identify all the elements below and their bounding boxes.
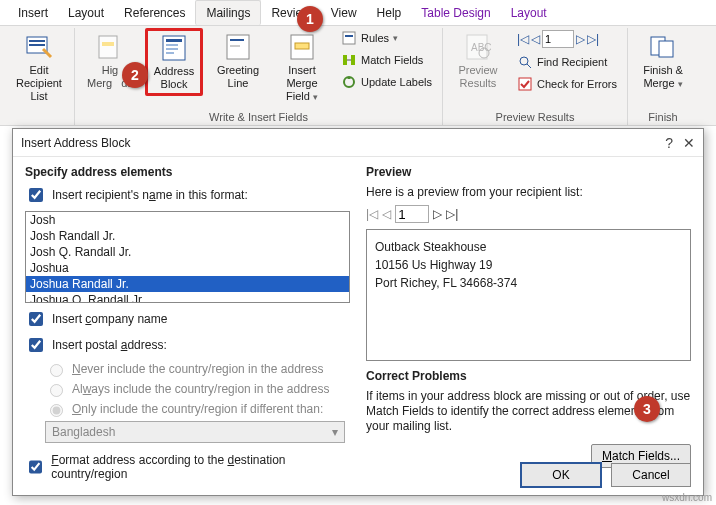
- address-block-button[interactable]: Address Block: [145, 28, 203, 96]
- annotation-2: 2: [122, 62, 148, 88]
- match-fields-label: Match Fields: [361, 54, 423, 66]
- dialog-titlebar: Insert Address Block ? ✕: [13, 129, 703, 157]
- svg-rect-7: [166, 44, 178, 46]
- country-value: Bangladesh: [52, 425, 115, 439]
- radio-never[interactable]: Never include the country/region in the …: [45, 361, 350, 377]
- insert-merge-field-button[interactable]: Insert MergeField ▾: [273, 28, 331, 108]
- tab-help[interactable]: Help: [367, 0, 412, 25]
- svg-rect-2: [29, 44, 45, 46]
- name-opt-1[interactable]: Josh Randall Jr.: [26, 228, 349, 244]
- match-fields-ribbon-button[interactable]: Match Fields: [337, 50, 436, 70]
- preview-column: Preview Here is a preview from your reci…: [366, 165, 691, 487]
- preview-nav: |◁ ◁ ▷ ▷|: [366, 205, 691, 223]
- radio-always[interactable]: Always include the country/region in the…: [45, 381, 350, 397]
- update-labels-button[interactable]: Update Labels: [337, 72, 436, 92]
- name-opt-2[interactable]: Josh Q. Randall Jr.: [26, 244, 349, 260]
- check-errors-button[interactable]: Check for Errors: [513, 74, 621, 94]
- update-labels-icon: [341, 74, 357, 90]
- greeting-line-button[interactable]: Greeting Line: [209, 28, 267, 94]
- find-recipient-label: Find Recipient: [537, 56, 607, 68]
- edit-recipient-list-icon: [24, 32, 54, 62]
- format-dest-label: Format address according to the destinat…: [51, 453, 350, 481]
- svg-rect-6: [166, 39, 182, 42]
- insert-merge-field-label: Insert MergeField ▾: [275, 64, 329, 104]
- format-dest-checkbox[interactable]: Format address according to the destinat…: [25, 453, 350, 481]
- tab-layout2[interactable]: Layout: [501, 0, 557, 25]
- dropdown-icon: ▾: [332, 425, 338, 439]
- cancel-button[interactable]: Cancel: [611, 463, 691, 487]
- group-finish-label: Finish: [634, 109, 692, 125]
- preview-next-button[interactable]: ▷: [433, 207, 442, 221]
- name-opt-0[interactable]: Josh: [26, 212, 349, 228]
- watermark: wsxdn.com: [662, 492, 712, 503]
- tab-mailings[interactable]: Mailings: [195, 0, 261, 25]
- group-finish: Finish &Merge ▾ Finish: [628, 28, 698, 125]
- dialog-close-button[interactable]: ✕: [683, 135, 695, 151]
- insert-name-check[interactable]: [29, 188, 43, 202]
- dialog-title: Insert Address Block: [21, 136, 130, 150]
- preview-results-button[interactable]: ABC Preview Results: [449, 28, 507, 94]
- radio-always-label: Always include the country/region in the…: [72, 382, 330, 396]
- insert-company-checkbox[interactable]: Insert company name: [25, 309, 350, 329]
- check-errors-icon: [517, 76, 533, 92]
- radio-only-label: Only include the country/region if diffe…: [72, 402, 323, 416]
- preview-last-button[interactable]: ▷|: [446, 207, 458, 221]
- preview-title: Preview: [366, 165, 691, 179]
- insert-postal-check[interactable]: [29, 338, 43, 352]
- radio-only-input: [50, 404, 63, 417]
- check-errors-label: Check for Errors: [537, 78, 617, 90]
- prev-record-button[interactable]: ◁: [531, 32, 540, 46]
- name-opt-4[interactable]: Joshua Randall Jr.: [26, 276, 349, 292]
- svg-rect-11: [230, 39, 244, 41]
- preview-line-2: Port Richey, FL 34668-374: [375, 274, 682, 292]
- rules-icon: [341, 30, 357, 46]
- insert-address-block-dialog: Insert Address Block ? ✕ Specify address…: [12, 128, 704, 496]
- insert-name-checkbox[interactable]: Insert recipient's name in this format:: [25, 185, 350, 205]
- dialog-body: Specify address elements Insert recipien…: [13, 157, 703, 487]
- preview-record-input[interactable]: [395, 205, 429, 223]
- preview-first-button[interactable]: |◁: [366, 207, 378, 221]
- ok-button[interactable]: OK: [521, 463, 601, 487]
- group-preview-results: ABC Preview Results |◁ ◁ ▷ ▷| Find Recip…: [443, 28, 628, 125]
- greeting-line-label: Greeting Line: [211, 64, 265, 90]
- insert-company-check[interactable]: [29, 312, 43, 326]
- next-record-button[interactable]: ▷: [576, 32, 585, 46]
- name-opt-5[interactable]: Joshua Q. Randall Jr.: [26, 292, 349, 303]
- radio-always-input: [50, 384, 63, 397]
- country-select[interactable]: Bangladesh ▾: [45, 421, 345, 443]
- record-number-input[interactable]: [542, 30, 574, 48]
- group-label-empty: [10, 109, 68, 125]
- name-opt-3[interactable]: Joshua: [26, 260, 349, 276]
- preview-prev-button[interactable]: ◁: [382, 207, 391, 221]
- dialog-footer: OK Cancel: [521, 463, 691, 487]
- specify-column: Specify address elements Insert recipien…: [25, 165, 350, 487]
- find-recipient-button[interactable]: Find Recipient: [513, 52, 621, 72]
- preview-stack: |◁ ◁ ▷ ▷| Find Recipient Check for Error…: [513, 28, 621, 94]
- svg-rect-3: [99, 36, 117, 58]
- edit-recipient-list-button[interactable]: Edit Recipient List: [10, 28, 68, 107]
- tab-references[interactable]: References: [114, 0, 195, 25]
- tab-tabledesign[interactable]: Table Design: [411, 0, 500, 25]
- rules-button[interactable]: Rules ▾: [337, 28, 436, 48]
- insert-merge-field-icon: [287, 32, 317, 62]
- first-record-button[interactable]: |◁: [517, 32, 529, 46]
- tab-view[interactable]: View: [321, 0, 367, 25]
- radio-only[interactable]: Only include the country/region if diffe…: [45, 401, 350, 417]
- match-fields-icon: [341, 52, 357, 68]
- svg-rect-24: [519, 78, 531, 90]
- group-start-merge: Edit Recipient List: [4, 28, 75, 125]
- format-dest-check[interactable]: [29, 460, 42, 474]
- tab-layout[interactable]: Layout: [58, 0, 114, 25]
- last-record-button[interactable]: ▷|: [587, 32, 599, 46]
- correct-title: Correct Problems: [366, 369, 691, 383]
- preview-results-label: Preview Results: [451, 64, 505, 90]
- finish-merge-button[interactable]: Finish &Merge ▾: [634, 28, 692, 95]
- svg-rect-14: [295, 43, 309, 49]
- address-block-label: Address Block: [150, 65, 198, 91]
- svg-rect-4: [102, 42, 114, 46]
- tab-insert[interactable]: Insert: [8, 0, 58, 25]
- dialog-help-button[interactable]: ?: [665, 135, 673, 151]
- name-format-list[interactable]: Josh Josh Randall Jr. Josh Q. Randall Jr…: [25, 211, 350, 303]
- insert-postal-checkbox[interactable]: Insert postal address:: [25, 335, 350, 355]
- svg-rect-26: [659, 41, 673, 57]
